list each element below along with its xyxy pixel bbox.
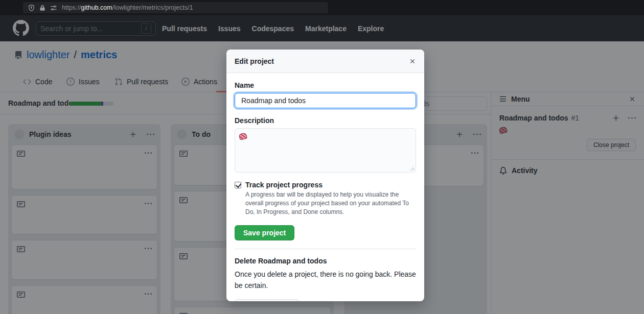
project-name-input[interactable] (235, 93, 416, 108)
url-path: /lowlighter/metrics/projects/1 (112, 4, 193, 11)
url-host: github.com (81, 4, 112, 11)
modal-divider (235, 249, 416, 249)
modal-title: Edit project (235, 57, 409, 65)
app-root: https://github.com/lowlighter/metrics/pr… (0, 0, 644, 314)
description-label: Description (235, 116, 416, 125)
modal-body: Name Description Track project progress … (226, 73, 424, 301)
track-progress-checkbox[interactable] (235, 182, 241, 188)
delete-project-button[interactable]: Delete project (235, 299, 300, 301)
track-progress-label: Track project progress (245, 181, 323, 189)
delete-warning-text: Once you delete a project, there is no g… (235, 269, 416, 291)
delete-heading: Delete Roadmap and todos (235, 257, 416, 265)
save-project-button[interactable]: Save project (235, 225, 294, 240)
url-scheme: https:// (62, 4, 81, 11)
shield-icon[interactable] (28, 5, 35, 11)
address-bar[interactable]: https://github.com/lowlighter/metrics/pr… (23, 2, 328, 13)
lock-icon[interactable] (39, 5, 45, 11)
resize-handle[interactable] (409, 166, 414, 171)
description-emoji (239, 132, 247, 140)
track-progress-help: A progress bar will be displayed to help… (245, 190, 416, 216)
modal-header: Edit project (226, 50, 424, 73)
name-label: Name (235, 81, 416, 89)
description-textarea[interactable] (235, 128, 416, 173)
url-text[interactable]: https://github.com/lowlighter/metrics/pr… (62, 4, 193, 11)
modal-close-icon[interactable] (409, 58, 416, 65)
edit-project-modal: Edit project Name Description Track proj… (226, 50, 424, 301)
permissions-icon[interactable] (50, 5, 57, 11)
browser-chrome: https://github.com/lowlighter/metrics/pr… (0, 0, 644, 15)
